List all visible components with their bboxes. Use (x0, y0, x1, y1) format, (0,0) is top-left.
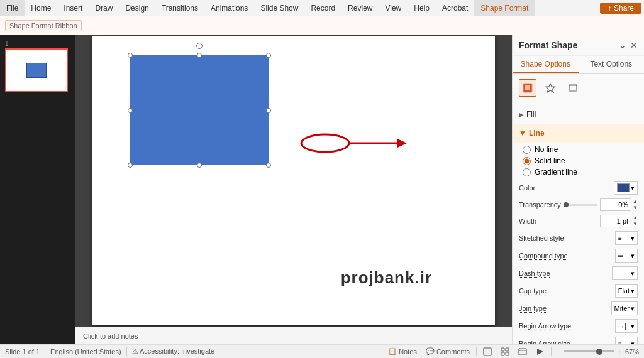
normal-view-icon (483, 347, 492, 356)
zoom-slider[interactable] (564, 350, 614, 352)
language-label[interactable]: English (United States) (50, 348, 121, 355)
zoom-slider-thumb[interactable] (596, 349, 602, 355)
zoom-level-label[interactable]: 67% (625, 348, 639, 355)
normal-view-button[interactable] (480, 347, 494, 357)
menu-insert[interactable]: Insert (57, 0, 89, 16)
handle-mid-left[interactable] (128, 108, 133, 113)
join-type-label: Join type (519, 305, 609, 312)
spinner-down[interactable]: ▼ (633, 205, 638, 211)
no-line-option[interactable]: No line (523, 145, 634, 154)
transparency-label: Transparency (519, 201, 561, 209)
svg-rect-14 (519, 349, 526, 355)
fill-section-header[interactable]: ▶ Fill (519, 107, 638, 121)
cap-type-value: Flat (618, 287, 630, 295)
sketched-style-dropdown[interactable]: ≡ ▾ (615, 231, 638, 245)
add-notes-label[interactable]: Click to add notes (83, 332, 138, 340)
main-content: 1 (0, 35, 644, 344)
slide-canvas[interactable]: projbank.ir (92, 36, 495, 325)
tab-shape-options[interactable]: Shape Options (513, 56, 579, 73)
begin-arrow-type-label: Begin Arrow type (519, 322, 613, 330)
slider-thumb[interactable] (564, 202, 569, 207)
compound-dropdown-arrow: ▾ (631, 252, 635, 260)
menu-transitions[interactable]: Transitions (155, 0, 204, 16)
status-bar: Slide 1 of 1 English (United States) ⚠ A… (0, 344, 644, 358)
handle-mid-right[interactable] (266, 108, 271, 113)
handle-top-center[interactable] (197, 53, 202, 58)
solid-line-radio[interactable] (523, 157, 531, 165)
menu-view[interactable]: View (379, 0, 408, 16)
reading-view-button[interactable] (516, 347, 530, 357)
fill-label: Fill (526, 110, 536, 119)
begin-arrow-size-dropdown[interactable]: ≡ ▾ (615, 337, 638, 344)
menu-draw[interactable]: Draw (89, 0, 119, 16)
gradient-line-radio[interactable] (523, 168, 531, 176)
panel-tabs: Shape Options Text Options (513, 56, 644, 74)
handle-bottom-center[interactable] (197, 163, 202, 168)
handle-bottom-left[interactable] (128, 163, 133, 168)
transparency-slider[interactable] (564, 204, 597, 206)
no-line-radio[interactable] (523, 146, 531, 154)
panel-collapse-button[interactable]: ⌄ (619, 40, 626, 50)
compound-type-dropdown[interactable]: ═ ▾ (615, 249, 638, 263)
menu-shape-format[interactable]: Shape Format (474, 0, 535, 16)
notes-button[interactable]: 📋 Notes (386, 347, 419, 356)
slide-thumb-inner (18, 57, 55, 84)
handle-bottom-right[interactable] (266, 163, 271, 168)
slides-panel: 1 (0, 35, 75, 344)
ribbon-shape-format-label: Shape Format Ribbon (9, 22, 77, 30)
menu-design[interactable]: Design (119, 0, 155, 16)
menu-slideshow[interactable]: Slide Show (254, 0, 304, 16)
accessibility-label[interactable]: ⚠ Accessibility: Investigate (132, 347, 215, 355)
menu-acrobat[interactable]: Acrobat (436, 0, 474, 16)
svg-rect-6 (569, 85, 577, 90)
effects-icon-btn[interactable] (541, 79, 559, 97)
dash-type-icon: — — (615, 270, 630, 277)
transparency-spinner: ▲ ▼ (633, 198, 638, 211)
rotate-handle[interactable] (196, 43, 203, 49)
size-icon-btn[interactable] (564, 79, 582, 97)
menu-review[interactable]: Review (341, 0, 379, 16)
slide-sorter-button[interactable] (498, 347, 512, 357)
cap-type-dropdown[interactable]: Flat ▾ (615, 284, 638, 298)
gradient-line-option[interactable]: Gradient line (523, 168, 634, 176)
share-button[interactable]: ↑ Share (600, 3, 641, 14)
zoom-in-icon[interactable]: + (618, 348, 621, 355)
handle-top-right[interactable] (266, 53, 271, 58)
width-spinner-up[interactable]: ▲ (633, 215, 638, 221)
svg-rect-12 (501, 352, 504, 355)
slideshow-button[interactable] (533, 347, 547, 357)
comments-button[interactable]: 💬 Comments (423, 347, 472, 356)
fill-line-icon-btn[interactable] (519, 79, 536, 97)
width-input[interactable] (600, 215, 631, 227)
sketched-dropdown-arrow: ▾ (631, 234, 635, 242)
slide-1-thumbnail[interactable] (5, 48, 68, 92)
zoom-out-icon[interactable]: − (555, 348, 559, 355)
svg-marker-2 (397, 139, 407, 148)
menu-file[interactable]: File (0, 0, 25, 16)
dash-type-row: Dash type — — ▾ (513, 264, 644, 282)
spinner-up[interactable]: ▲ (633, 198, 638, 205)
handle-top-left[interactable] (128, 53, 133, 58)
menu-home[interactable]: Home (25, 0, 57, 16)
menu-animations[interactable]: Animations (204, 0, 254, 16)
panel-icon-row (513, 74, 644, 102)
menu-help[interactable]: Help (408, 0, 436, 16)
width-spinner-down[interactable]: ▼ (633, 221, 638, 227)
blue-rectangle[interactable] (130, 55, 269, 165)
panel-close-button[interactable]: ✕ (630, 40, 638, 50)
dash-type-dropdown[interactable]: — — ▾ (612, 266, 638, 280)
begin-arrow-type-dropdown[interactable]: →| ▾ (615, 319, 638, 333)
tab-text-options[interactable]: Text Options (579, 56, 645, 73)
notes-label: Notes (399, 348, 417, 355)
svg-rect-13 (506, 352, 509, 355)
menu-record[interactable]: Record (304, 0, 341, 16)
solid-line-option[interactable]: Solid line (523, 156, 634, 165)
status-divider-1 (45, 347, 45, 356)
color-dropdown[interactable]: ▾ (614, 181, 638, 195)
join-type-dropdown[interactable]: Miter ▾ (611, 301, 638, 315)
reading-view-icon (518, 347, 527, 356)
status-divider-3 (476, 347, 477, 356)
transparency-input[interactable] (600, 198, 631, 211)
line-section-header[interactable]: ▼ Line (519, 126, 638, 140)
status-right: 📋 Notes 💬 Comments − (386, 347, 639, 357)
